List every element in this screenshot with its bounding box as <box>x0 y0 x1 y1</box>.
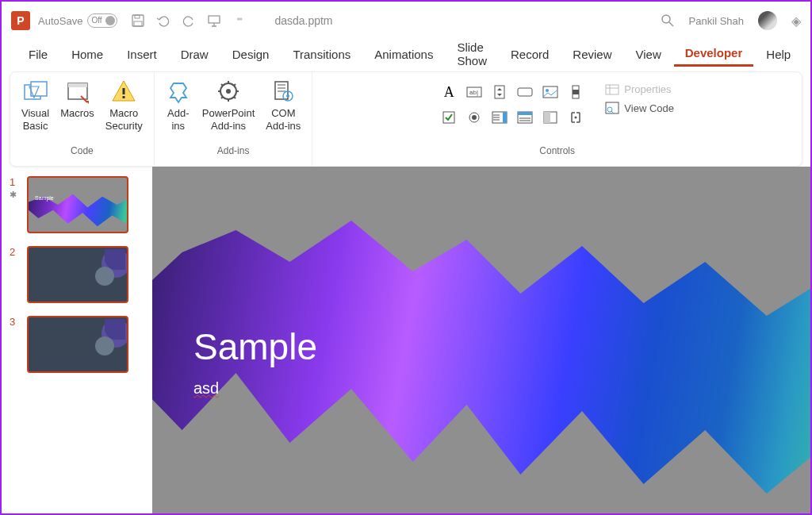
control-scrollbar-icon[interactable] <box>567 83 584 101</box>
svg-point-13 <box>226 89 231 94</box>
control-morecontrols-icon[interactable] <box>567 109 584 126</box>
diamond-icon[interactable]: ◈ <box>791 13 801 29</box>
tab-review[interactable]: Review <box>561 43 622 66</box>
macros-button[interactable]: Macros <box>60 79 94 120</box>
control-togglebutton-icon[interactable] <box>542 109 559 126</box>
svg-point-16 <box>286 94 289 98</box>
control-textbox-icon[interactable]: ab| <box>465 83 483 101</box>
tab-transitions[interactable]: Transitions <box>282 43 362 66</box>
control-label-icon[interactable]: A <box>440 83 458 101</box>
slide-canvas[interactable]: Sample asd <box>152 167 810 513</box>
control-listbox-icon[interactable] <box>516 109 534 126</box>
slide-thumbnail[interactable] <box>27 316 128 373</box>
group-addins: Add- ins PowerPoint Add-ins COM Add-ins … <box>155 72 313 166</box>
svg-point-27 <box>472 115 477 120</box>
ribbon: Visual Basic Macros Macro Security Code … <box>10 71 802 167</box>
group-controls: A ab| Properties Vi <box>312 72 802 166</box>
svg-point-4 <box>662 15 670 23</box>
svg-rect-3 <box>209 16 220 23</box>
autosave-toggle[interactable]: Off <box>87 13 117 28</box>
qat-dropdown-icon[interactable]: ⁼ <box>232 13 247 29</box>
control-checkbox-icon[interactable] <box>440 109 458 126</box>
control-spinbutton-icon[interactable] <box>491 83 508 101</box>
tab-home[interactable]: Home <box>60 43 114 66</box>
com-addins-button[interactable]: COM Add-ins <box>266 79 301 132</box>
slide-thumbnail[interactable]: Sample <box>27 176 128 233</box>
tab-help[interactable]: Help <box>755 43 802 66</box>
svg-rect-2 <box>134 21 142 26</box>
tab-developer[interactable]: Developer <box>674 41 754 67</box>
animation-star-icon: ✱ <box>10 190 21 200</box>
svg-rect-29 <box>503 112 507 123</box>
thumb-number: 3 <box>10 316 21 328</box>
svg-rect-6 <box>31 82 47 96</box>
slide-thumbnails: 1✱Sample23 <box>2 167 152 513</box>
group-label-addins: Add-ins <box>217 145 250 159</box>
tab-insert[interactable]: Insert <box>116 43 168 66</box>
addins-button[interactable]: Add- ins <box>166 79 191 132</box>
control-optionbutton-icon[interactable] <box>465 109 483 126</box>
search-icon[interactable] <box>661 13 675 28</box>
redo-icon[interactable] <box>181 13 197 29</box>
user-avatar[interactable] <box>758 11 777 30</box>
autosave-label: AutoSave <box>38 15 82 27</box>
control-image-icon[interactable] <box>542 83 559 101</box>
tab-draw[interactable]: Draw <box>170 43 220 66</box>
undo-icon[interactable] <box>155 13 171 29</box>
tab-record[interactable]: Record <box>500 43 560 66</box>
svg-rect-19 <box>495 86 504 98</box>
thumb-number: 2 <box>10 246 21 258</box>
macro-security-button[interactable]: Macro Security <box>105 79 143 132</box>
view-code-button[interactable]: View Code <box>605 102 674 114</box>
visual-basic-button[interactable]: Visual Basic <box>21 79 49 132</box>
group-label-code: Code <box>71 145 94 159</box>
tab-view[interactable]: View <box>625 43 672 66</box>
group-code: Visual Basic Macros Macro Security Code <box>10 72 155 166</box>
save-icon[interactable] <box>130 13 146 29</box>
svg-rect-11 <box>123 96 125 98</box>
slide-thumbnail[interactable] <box>27 246 128 303</box>
properties-button: Properties <box>605 83 674 95</box>
control-commandbutton-icon[interactable] <box>516 83 534 101</box>
svg-point-22 <box>546 89 549 92</box>
svg-point-34 <box>575 117 577 119</box>
svg-rect-20 <box>518 88 532 96</box>
tab-file[interactable]: File <box>17 43 59 66</box>
thumb-number: 1 <box>10 176 21 188</box>
tab-animations[interactable]: Animations <box>363 43 444 66</box>
present-icon[interactable] <box>206 13 222 29</box>
powerpoint-app-icon: P <box>11 11 30 30</box>
svg-rect-14 <box>275 82 288 99</box>
slide-title-text[interactable]: Sample <box>193 325 317 368</box>
svg-rect-33 <box>544 112 550 123</box>
svg-rect-10 <box>123 88 125 94</box>
group-label-controls: Controls <box>539 145 575 159</box>
svg-text:ab|: ab| <box>469 89 478 96</box>
powerpoint-addins-button[interactable]: PowerPoint Add-ins <box>202 79 255 132</box>
svg-rect-8 <box>68 83 87 87</box>
file-name[interactable]: dasda.pptm <box>274 14 332 27</box>
slide-subtitle-text[interactable]: asd <box>193 379 219 398</box>
tab-slide-show[interactable]: Slide Show <box>446 36 498 72</box>
svg-rect-31 <box>518 112 532 115</box>
svg-rect-35 <box>606 85 619 94</box>
user-name[interactable]: Pankil Shah <box>689 15 744 27</box>
ribbon-tabs: FileHomeInsertDrawDesignTransitionsAnima… <box>2 40 810 68</box>
svg-rect-24 <box>573 90 579 94</box>
tab-design[interactable]: Design <box>221 43 281 66</box>
title-bar: P AutoSave Off ⁼ dasda.pptm Pankil Shah … <box>2 2 810 40</box>
control-combobox-icon[interactable] <box>491 109 508 126</box>
